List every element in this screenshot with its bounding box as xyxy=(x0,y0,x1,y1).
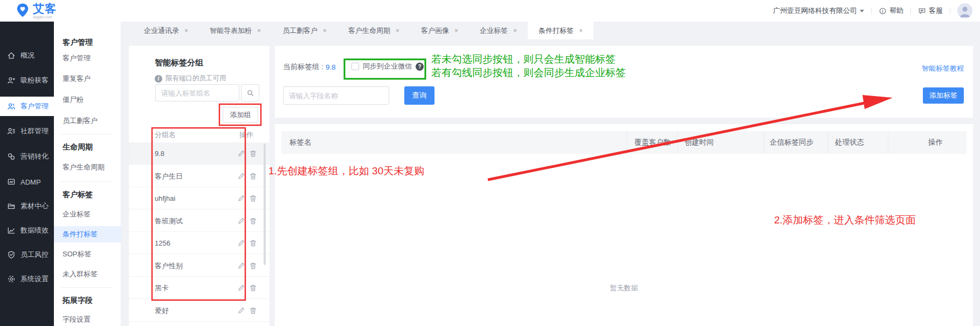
group-search-input[interactable] xyxy=(155,84,239,101)
shield-icon xyxy=(7,250,16,259)
tab-contacts[interactable]: 企业通讯录× xyxy=(133,22,199,39)
close-icon[interactable]: × xyxy=(513,27,517,35)
table-header: 标签名 覆盖客户数 创建时间 企信标签同步 处理状态 操作 xyxy=(281,131,967,154)
sidebar-item-material[interactable]: 素材中心 xyxy=(0,196,54,216)
submenu-item-sop-tags[interactable]: SOP标签 xyxy=(63,246,91,262)
delete-icon[interactable] xyxy=(249,150,257,158)
column-divider xyxy=(764,131,764,154)
sidebar-item-customers[interactable]: 客户管理 xyxy=(0,97,54,116)
column-divider xyxy=(828,131,829,154)
group-name[interactable]: 1256 xyxy=(155,232,170,254)
close-icon[interactable]: × xyxy=(396,27,399,35)
tab-lifecycle[interactable]: 客户生命周期× xyxy=(337,22,410,39)
sidebar-item-community[interactable]: 社群管理 xyxy=(0,121,54,141)
sync-checkbox-label: 同步到企业微信 xyxy=(363,62,412,71)
delete-icon[interactable] xyxy=(249,172,257,180)
group-row[interactable]: uhfjhai xyxy=(129,187,270,209)
query-button[interactable]: 查询 xyxy=(404,86,434,105)
sidebar-item-marketing[interactable]: 营销转化 xyxy=(0,147,54,166)
sidebar-item-settings[interactable]: 系统设置 xyxy=(0,269,54,289)
question-badge-icon[interactable]: ? xyxy=(416,63,424,71)
tutorial-link[interactable]: 智能标签教程 xyxy=(922,64,964,73)
group-name[interactable]: 9.8 xyxy=(155,142,164,165)
group-row[interactable]: 客户生日 xyxy=(129,165,270,187)
tab-import-fans[interactable]: 智能导表加粉× xyxy=(199,22,272,39)
col-tag-name: 标签名 xyxy=(289,131,312,154)
column-action: 操作 xyxy=(239,127,253,142)
caret-down-icon xyxy=(860,10,864,12)
topbar: 艾客 aagain.com 广州壹豆网络科技有限公司 帮助 客服 xyxy=(0,0,980,22)
scrollbar[interactable] xyxy=(264,144,266,265)
group-row[interactable]: 鲁班测试 xyxy=(129,210,270,232)
submenu-item-lifecycle[interactable]: 客户生命周期 xyxy=(63,159,105,175)
close-icon[interactable]: × xyxy=(323,27,327,35)
submenu-item-enterprise-tags[interactable]: 企业标签 xyxy=(63,206,91,222)
group-name[interactable]: uhfjhai xyxy=(155,187,175,209)
company-dropdown[interactable]: 广州壹豆网络科技有限公司 xyxy=(773,6,864,16)
submenu-item-zombie-fans[interactable]: 僵尸粉 xyxy=(63,92,84,108)
close-icon[interactable]: × xyxy=(257,27,261,35)
sidebar-item-data[interactable]: 数据绩效 xyxy=(0,221,54,240)
edit-icon[interactable] xyxy=(237,239,245,247)
group-row[interactable]: 黑卡 xyxy=(129,277,270,299)
col-process-status: 处理状态 xyxy=(835,131,864,154)
sync-checkbox[interactable] xyxy=(351,63,359,70)
submenu-item-duplicates[interactable]: 重复客户 xyxy=(63,71,91,87)
edit-icon[interactable] xyxy=(237,217,245,225)
group-row[interactable]: 1256 xyxy=(129,232,270,254)
edit-icon[interactable] xyxy=(237,150,245,158)
edit-icon[interactable] xyxy=(237,262,245,270)
panel-title: 智能标签分组 xyxy=(155,58,203,68)
group-name[interactable]: 爱好 xyxy=(155,300,169,322)
edit-icon[interactable] xyxy=(237,307,245,315)
folder-icon xyxy=(7,202,16,210)
sidebar-item-admp[interactable]: ADMP xyxy=(0,172,54,192)
sidebar-item-overview[interactable]: 概况 xyxy=(0,46,54,65)
delete-icon[interactable] xyxy=(249,217,257,225)
delete-icon[interactable] xyxy=(249,194,257,202)
close-icon[interactable]: × xyxy=(579,27,583,35)
submenu-item-conditional-tags[interactable]: 条件打标签 xyxy=(54,226,121,242)
tab-conditional-tags[interactable]: 条件打标签× xyxy=(528,22,593,39)
submenu-item-customer-mgmt[interactable]: 客户管理 xyxy=(63,50,91,66)
person-add-icon xyxy=(7,76,16,85)
column-group-name: 分组名 xyxy=(155,127,176,142)
group-row[interactable]: 9.8 xyxy=(129,142,270,165)
sidebar-item-acquisition[interactable]: 吸粉获客 xyxy=(0,71,54,90)
avatar[interactable] xyxy=(957,3,972,18)
tab-customer-portrait[interactable]: 客户画像× xyxy=(410,22,469,39)
service-button[interactable]: 客服 xyxy=(918,6,943,16)
delete-icon[interactable] xyxy=(249,262,257,270)
edit-icon[interactable] xyxy=(237,284,245,292)
group-name[interactable]: 鲁班测试 xyxy=(155,210,183,232)
tab-deleted-customers[interactable]: 员工删客户× xyxy=(272,22,337,39)
submenu-header: 客户管理 xyxy=(63,37,93,47)
close-icon[interactable]: × xyxy=(184,27,188,35)
group-name[interactable]: 客户性别 xyxy=(155,255,183,277)
edit-icon[interactable] xyxy=(237,194,245,202)
group-search-button[interactable] xyxy=(241,84,259,101)
help-button[interactable]: 帮助 xyxy=(879,6,903,16)
delete-icon[interactable] xyxy=(249,284,257,292)
group-icon xyxy=(7,127,16,135)
add-tag-button[interactable]: 添加标签 xyxy=(923,87,964,104)
submenu-item-deleted-customers[interactable]: 员工删客户 xyxy=(63,113,98,129)
delete-icon[interactable] xyxy=(249,239,257,247)
tab-enterprise-tags[interactable]: 企业标签× xyxy=(469,22,528,39)
submenu-item-ungrouped-tags[interactable]: 未入群标签 xyxy=(63,266,98,282)
group-row[interactable]: 爱好 xyxy=(129,300,270,322)
column-divider xyxy=(678,131,678,154)
group-name[interactable]: 黑卡 xyxy=(155,277,169,299)
close-icon[interactable]: × xyxy=(454,27,458,35)
field-search-input[interactable] xyxy=(283,86,389,105)
add-group-button[interactable]: 添加组 xyxy=(223,107,258,123)
divider xyxy=(950,8,950,15)
secondary-sidebar: 客户管理 客户管理 重复客户 僵尸粉 员工删客户 生命周期 客户生命周期 客户标… xyxy=(54,22,121,326)
group-row[interactable]: 客户性别 xyxy=(129,255,270,277)
tab-bar: 企业通讯录× 智能导表加粉× 员工删客户× 客户生命周期× 客户画像× 企业标签… xyxy=(121,22,980,39)
group-name[interactable]: 客户生日 xyxy=(155,165,183,187)
edit-icon[interactable] xyxy=(237,172,245,180)
delete-icon[interactable] xyxy=(249,307,257,315)
sidebar-item-risk[interactable]: 员工风控 xyxy=(0,245,54,264)
submenu-item-field-settings[interactable]: 字段设置 xyxy=(63,311,91,326)
